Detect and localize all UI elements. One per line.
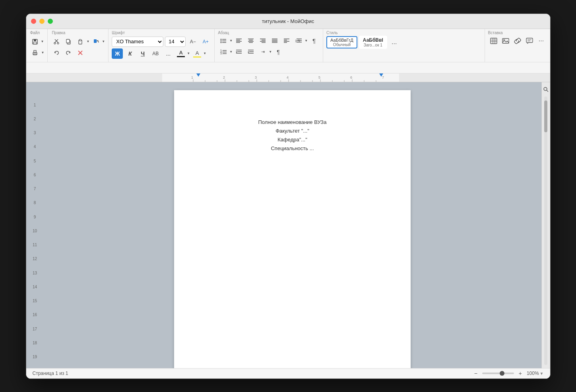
print-button[interactable]	[29, 48, 41, 58]
save-arrow[interactable]: ▼	[41, 40, 44, 43]
style-heading1-card[interactable]: АаБбВвІ Заго...ок 1	[359, 36, 387, 49]
ruler-num-13: 13	[33, 270, 37, 284]
style-heading-label: Заго...ок 1	[364, 43, 382, 47]
num-list-button[interactable]: 1.2.3.	[218, 47, 229, 57]
print-arrow[interactable]: ▼	[41, 51, 45, 54]
bold-button[interactable]: Ж	[112, 48, 123, 59]
para-settings-button[interactable]: ¶	[273, 47, 284, 57]
highlight-group: A ▼	[192, 48, 206, 59]
insert-table-button[interactable]	[488, 36, 499, 46]
text-color-arrow[interactable]: ▼	[187, 52, 190, 55]
copy-button[interactable]	[63, 37, 74, 47]
num-list-group: 1.2.3. ▼	[218, 47, 233, 57]
ruler-num-8: 8	[34, 200, 36, 214]
underline-button[interactable]: Ч	[137, 48, 148, 59]
font-increase-button[interactable]: A+	[200, 37, 211, 47]
ruler-num-3: 3	[34, 130, 36, 144]
highlight-button[interactable]: A	[192, 48, 203, 59]
line-spacing-arrow[interactable]: ▼	[304, 39, 308, 42]
scrollbar-thumb[interactable]	[544, 100, 547, 132]
font-format-row: Ж К Ч АВ ... A ▼ A ▼	[112, 48, 211, 59]
status-bar: Страница 1 из 1 − + 100% ▼	[26, 368, 550, 378]
insert-image-button[interactable]	[500, 36, 511, 46]
redo-button[interactable]	[63, 48, 74, 58]
format-paint-button[interactable]	[90, 37, 101, 47]
svg-rect-13	[80, 39, 81, 41]
document-area[interactable]: Полное наименование ВУЗа Факультет "..."…	[44, 82, 541, 368]
svg-point-21	[221, 40, 222, 41]
content-area: 1 2 3 4 5 6 7 8 9 10 11 12 13 14 15 16 1…	[26, 82, 550, 368]
format-paint-arrow[interactable]: ▼	[102, 40, 105, 43]
zoom-plus-button[interactable]: +	[517, 370, 524, 377]
document-page[interactable]: Полное наименование ВУЗа Факультет "..."…	[174, 90, 411, 368]
svg-rect-68	[526, 38, 533, 42]
num-list-arrow[interactable]: ▼	[229, 50, 233, 54]
zoom-thumb[interactable]	[500, 371, 504, 376]
svg-text:2: 2	[223, 75, 225, 79]
clear-format-button[interactable]	[75, 48, 86, 58]
italic-button[interactable]: К	[124, 48, 136, 59]
tab-arrow[interactable]: ▼	[269, 50, 272, 54]
svg-text:4: 4	[287, 75, 289, 79]
font-decrease-button[interactable]: A−	[187, 37, 198, 47]
align-center-button[interactable]	[245, 36, 256, 46]
align-left2-button[interactable]	[281, 36, 292, 46]
align-right-button[interactable]	[257, 36, 268, 46]
ruler-num-9: 9	[34, 214, 36, 228]
save-btn-group: ▼	[29, 37, 44, 47]
ruler-num-18: 18	[33, 340, 37, 354]
style-cards: АаБбВвГгД Обычный АаБбВвІ Заго...ок 1 ..…	[326, 36, 481, 49]
svg-rect-1	[34, 39, 36, 41]
more-styles-button[interactable]: ...	[389, 37, 400, 47]
minimize-button[interactable]	[39, 19, 45, 24]
font-size-select[interactable]: 14	[165, 37, 186, 47]
svg-line-101	[547, 90, 548, 92]
tab-button[interactable]: ⇥	[257, 47, 268, 57]
save-button[interactable]	[29, 37, 41, 47]
case-button[interactable]: АВ	[150, 48, 161, 59]
bullet-list-button[interactable]	[218, 36, 229, 46]
more-format-button[interactable]: ...	[163, 48, 174, 59]
search-button[interactable]	[542, 85, 550, 93]
scrollbar-track[interactable]	[544, 97, 547, 365]
zoom-controls: − + 100% ▼	[473, 370, 544, 377]
outdent-button[interactable]	[233, 47, 244, 57]
insert-more-button[interactable]: ···	[536, 36, 547, 46]
line-spacing-button[interactable]: 1.5	[293, 36, 304, 46]
cut-button[interactable]	[51, 37, 62, 47]
font-label: Шрифт	[112, 31, 211, 35]
indent-button[interactable]	[245, 47, 256, 57]
text-color-group: A ▼	[175, 48, 190, 59]
svg-rect-14	[94, 39, 97, 43]
svg-rect-61	[491, 38, 497, 44]
undo-button[interactable]	[51, 48, 62, 58]
zoom-minus-button[interactable]: −	[473, 370, 479, 377]
insert-link-button[interactable]	[512, 36, 523, 46]
maximize-button[interactable]	[48, 19, 53, 24]
ruler-num-11: 11	[33, 242, 37, 256]
zoom-value[interactable]: 100% ▼	[527, 371, 544, 376]
svg-rect-66	[502, 39, 509, 43]
doc-line3: Кафедра"..."	[198, 135, 387, 144]
paste-button[interactable]	[75, 37, 86, 47]
align-justify-button[interactable]	[269, 36, 280, 46]
align-left-button[interactable]	[233, 36, 244, 46]
menu-bar	[26, 62, 550, 73]
bullet-arrow[interactable]: ▼	[229, 39, 233, 42]
paste-group: ▼	[75, 37, 89, 47]
svg-text:5: 5	[318, 75, 320, 79]
edit-row2	[51, 48, 105, 58]
highlight-arrow[interactable]: ▼	[203, 52, 206, 55]
svg-point-9	[57, 42, 59, 44]
pilcrow-button[interactable]: ¶	[308, 36, 320, 46]
zoom-slider[interactable]	[482, 373, 514, 374]
ruler-num-2: 2	[34, 116, 36, 130]
insert-comment-button[interactable]	[524, 36, 535, 46]
svg-text:7: 7	[382, 75, 384, 79]
text-color-button[interactable]: A	[175, 48, 186, 59]
paste-arrow[interactable]: ▼	[86, 40, 89, 43]
close-button[interactable]	[31, 19, 36, 24]
style-normal-card[interactable]: АаБбВвГгД Обычный	[326, 36, 357, 48]
insert-label: Вставка	[488, 31, 547, 35]
font-name-select[interactable]: XO Thames	[112, 37, 163, 47]
